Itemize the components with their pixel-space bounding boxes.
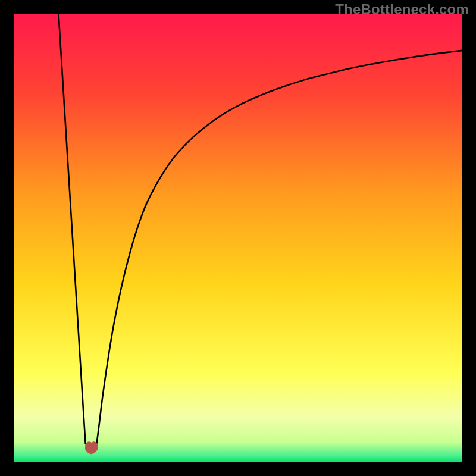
watermark-text: TheBottleneck.com — [335, 1, 469, 18]
minimum-marker — [86, 442, 98, 454]
chart-frame: TheBottleneck.com — [0, 0, 476, 476]
gradient-background — [14, 14, 462, 462]
plot-area — [14, 14, 462, 462]
chart-svg — [14, 14, 462, 462]
